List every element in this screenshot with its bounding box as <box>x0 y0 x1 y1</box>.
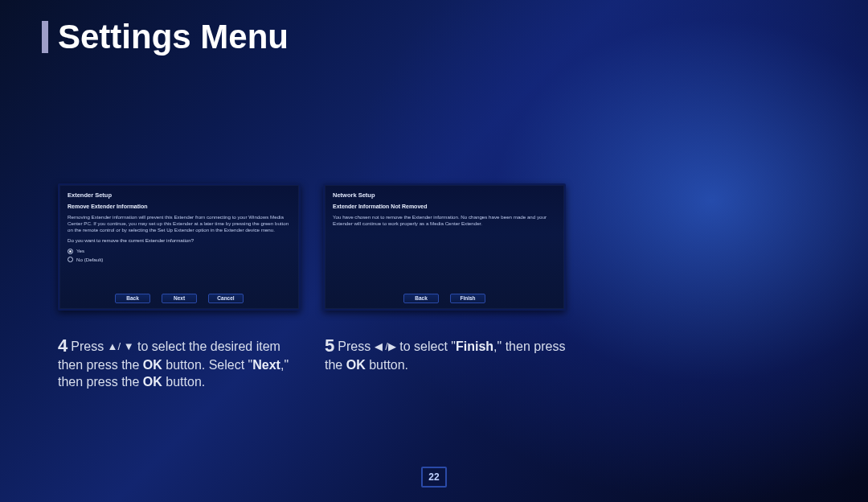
extender-setup-panel: Extender Setup Remove Extender Informati… <box>58 183 301 311</box>
step-5: 5Press ◀ /▶ to select "Finish," then pre… <box>325 335 567 390</box>
panel-subtitle: Extender Information Not Removed <box>333 204 556 211</box>
next-button[interactable]: Next <box>162 294 197 303</box>
manual-page: Settings Menu Extender Setup Remove Exte… <box>0 0 868 502</box>
finish-label: Finish <box>456 339 493 353</box>
option-no-default[interactable]: No (Default) <box>68 257 291 263</box>
text: Press <box>71 339 107 353</box>
text: button. Select " <box>162 358 252 372</box>
step-number: 5 <box>325 335 334 357</box>
next-label: Next <box>252 358 280 372</box>
panel-body: You have chosen not to remove the Extend… <box>333 214 556 227</box>
text: button. <box>162 375 205 389</box>
panel-title: Extender Setup <box>68 191 291 199</box>
ok-label: OK <box>143 358 162 372</box>
page-number: 22 <box>421 467 447 488</box>
radio-icon <box>68 257 73 262</box>
panel-question: Do you want to remove the current Extend… <box>68 237 291 244</box>
option-yes[interactable]: Yes <box>68 248 291 254</box>
radio-icon <box>68 249 73 254</box>
panel-subtitle: Remove Extender Information <box>68 204 291 211</box>
finish-button[interactable]: Finish <box>450 294 485 303</box>
option-label: No (Default) <box>76 257 103 263</box>
title-bar: Settings Menu <box>42 16 289 56</box>
panel-button-row: Back Finish <box>325 294 564 303</box>
panel-body: Removing Extender information will preve… <box>68 214 291 232</box>
text: button. <box>366 358 408 372</box>
panel-button-row: Back Next Cancel <box>59 294 299 303</box>
title-accent <box>42 21 48 53</box>
step-4: 4Press ▲/ ▼ to select the desired item t… <box>58 335 301 390</box>
option-label: Yes <box>76 248 84 254</box>
step-number: 4 <box>58 335 68 357</box>
instruction-steps: 4Press ▲/ ▼ to select the desired item t… <box>58 335 567 390</box>
page-title: Settings Menu <box>58 18 289 56</box>
ok-label: OK <box>143 375 162 389</box>
text: to select " <box>396 339 456 353</box>
text: Press <box>338 339 374 353</box>
back-button[interactable]: Back <box>403 294 439 303</box>
cancel-button[interactable]: Cancel <box>208 294 244 303</box>
left-right-arrows-icon: ◀ /▶ <box>375 340 396 352</box>
panel-title: Network Setup <box>333 191 556 199</box>
back-button[interactable]: Back <box>115 294 150 303</box>
ok-label: OK <box>346 358 366 372</box>
screenshot-panels: Extender Setup Remove Extender Informati… <box>58 183 566 311</box>
network-setup-panel: Network Setup Extender Information Not R… <box>323 183 566 311</box>
up-down-arrows-icon: ▲/ ▼ <box>108 340 134 352</box>
